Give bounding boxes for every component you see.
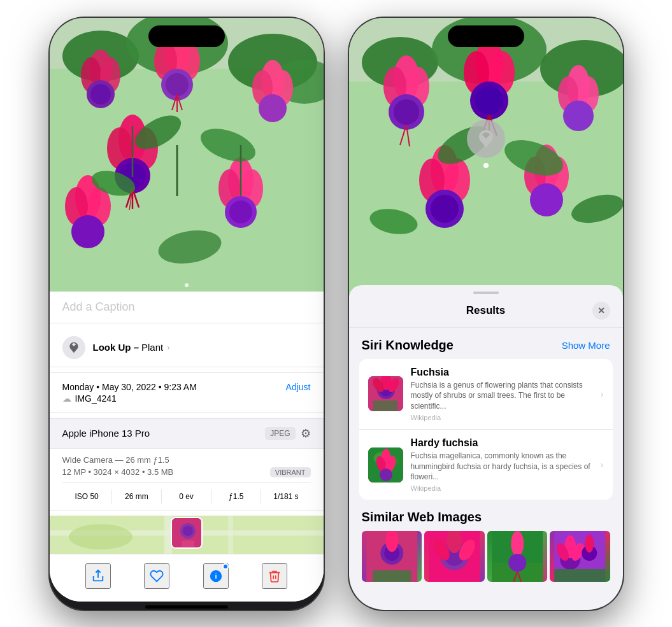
similar-image-2[interactable] [424, 531, 485, 582]
knowledge-item-fuchsia[interactable]: Fuchsia Fuchsia is a genus of flowering … [359, 359, 613, 430]
spec-shutter: 1/181 s [261, 490, 310, 504]
svg-point-15 [166, 73, 189, 96]
svg-point-112 [380, 468, 392, 481]
camera-specs: ISO 50 26 mm 0 ev ƒ1.5 1/181 s [62, 483, 311, 504]
dynamic-island-right [448, 25, 524, 47]
fuchsia-source: Wikipedia [411, 414, 593, 421]
similar-images-title: Similar Web Images [362, 510, 610, 525]
style-badge: VIBRANT [270, 467, 311, 477]
svg-rect-105 [373, 400, 397, 411]
camera-model: Apple iPhone 13 Pro [62, 428, 150, 439]
resolution-info: 12 MP • 3024 × 4032 • 3.5 MB VIBRANT [62, 467, 311, 477]
left-phone: Add a Caption Look Up – Plant › Monday •… [50, 18, 324, 610]
svg-point-35 [71, 215, 104, 248]
hardy-fuchsia-chevron: › [601, 460, 604, 470]
fuchsia-name: Fuchsia [411, 367, 593, 378]
svg-point-84 [563, 101, 594, 131]
camera-section: Apple iPhone 13 Pro JPEG ⚙ Wide Camera —… [50, 418, 324, 511]
svg-point-10 [90, 84, 111, 104]
svg-point-22 [259, 94, 287, 122]
map-thumbnail [171, 517, 203, 549]
adjust-button[interactable]: Adjust [286, 382, 311, 392]
camera-details: Wide Camera — 26 mm ƒ1.5 12 MP • 3024 × … [50, 449, 324, 510]
similar-image-3[interactable] [487, 531, 548, 582]
siri-dot [483, 163, 489, 168]
svg-point-53 [69, 524, 132, 549]
knowledge-card: Fuchsia Fuchsia is a genus of flowering … [359, 359, 613, 500]
photo-info-section: Monday • May 30, 2022 • 9:23 AM Adjust ☁… [50, 372, 324, 413]
svg-rect-137 [554, 569, 605, 582]
info-button[interactable]: i [203, 563, 229, 589]
right-phone: Results ✕ Siri Knowledge Show More [349, 18, 623, 610]
siri-knowledge-header: Siri Knowledge Show More [349, 328, 623, 359]
results-content: Siri Knowledge Show More [349, 328, 623, 589]
lens-info: Wide Camera — 26 mm ƒ1.5 [62, 455, 311, 465]
svg-rect-117 [373, 570, 411, 582]
bottom-toolbar: i [50, 554, 324, 602]
caption-placeholder: Add a Caption [62, 300, 135, 313]
format-badges: JPEG ⚙ [265, 426, 310, 440]
spec-aperture: ƒ1.5 [211, 490, 261, 504]
camera-header: Apple iPhone 13 Pro JPEG ⚙ [50, 419, 324, 449]
similar-images-section: Similar Web Images [349, 500, 623, 588]
fuchsia-thumbnail [368, 376, 403, 411]
svg-point-136 [585, 535, 594, 553]
spec-focal: 26 mm [112, 490, 162, 504]
svg-rect-52 [228, 516, 233, 554]
results-title: Results [380, 304, 592, 317]
svg-point-56 [183, 526, 193, 536]
photo-view-right[interactable] [349, 18, 623, 323]
svg-text:i: i [215, 572, 217, 579]
share-button[interactable] [85, 563, 111, 589]
home-indicator [145, 605, 228, 609]
siri-knowledge-title: Siri Knowledge [362, 338, 454, 353]
svg-point-48 [185, 283, 189, 287]
fuchsia-chevron: › [601, 389, 604, 399]
fuchsia-info: Fuchsia Fuchsia is a genus of flowering … [411, 367, 593, 421]
svg-point-40 [229, 201, 252, 223]
svg-point-89 [431, 195, 459, 223]
svg-point-127 [508, 554, 526, 572]
camera-settings-icon[interactable]: ⚙ [301, 426, 311, 440]
jpeg-badge: JPEG [265, 427, 295, 440]
similar-image-4[interactable] [550, 531, 610, 582]
info-badge [222, 563, 229, 570]
map-preview[interactable] [50, 516, 324, 554]
svg-point-126 [511, 531, 524, 556]
lookup-row[interactable]: Look Up – Plant › [50, 328, 324, 367]
hardy-fuchsia-desc: Fuchsia magellanica, commonly known as t… [411, 451, 593, 483]
dynamic-island [148, 25, 225, 47]
svg-point-77 [475, 87, 503, 115]
svg-rect-57 [182, 540, 194, 547]
photo-date: Monday • May 30, 2022 • 9:23 AM [62, 382, 197, 392]
delete-button[interactable] [262, 563, 287, 589]
caption-input-area[interactable]: Add a Caption [50, 292, 324, 323]
favorite-button[interactable] [144, 563, 169, 589]
spec-ev: 0 ev [162, 490, 211, 504]
results-header: Results ✕ [349, 299, 623, 328]
photo-view[interactable] [50, 18, 324, 292]
lookup-icon [62, 336, 85, 359]
similar-image-1[interactable] [362, 531, 422, 582]
results-panel: Results ✕ Siri Knowledge Show More [349, 285, 623, 602]
show-more-button[interactable]: Show More [562, 340, 610, 351]
filename: IMG_4241 [75, 393, 117, 404]
hardy-thumbnail [368, 447, 403, 483]
spec-iso: ISO 50 [62, 490, 112, 504]
cloud-icon: ☁ [62, 393, 71, 404]
close-button[interactable]: ✕ [592, 302, 610, 320]
hardy-fuchsia-source: Wikipedia [411, 484, 593, 492]
drag-handle[interactable] [473, 292, 499, 294]
hardy-fuchsia-info: Hardy fuchsia Fuchsia magellanica, commo… [411, 437, 593, 492]
svg-point-93 [530, 183, 563, 216]
knowledge-item-hardy-fuchsia[interactable]: Hardy fuchsia Fuchsia magellanica, commo… [359, 430, 613, 500]
hardy-fuchsia-name: Hardy fuchsia [411, 437, 593, 449]
svg-point-70 [394, 99, 419, 125]
siri-visual-intelligence-icon[interactable] [467, 120, 505, 158]
lookup-label: Look Up – Plant › [93, 342, 170, 353]
similar-images-grid [362, 531, 610, 582]
fuchsia-desc: Fuchsia is a genus of flowering plants t… [411, 380, 593, 412]
